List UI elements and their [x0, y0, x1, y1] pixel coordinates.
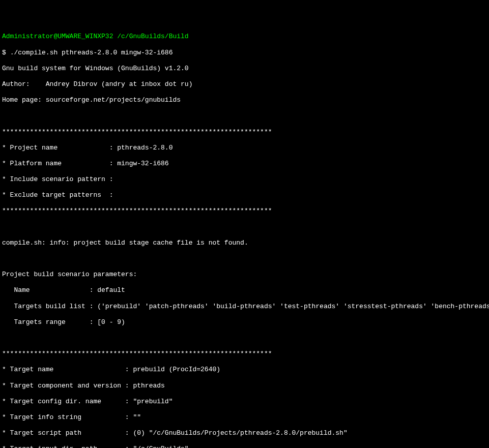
- target-component: * Target component and version : pthread…: [2, 382, 487, 390]
- blank: [2, 255, 487, 263]
- prompt-symbol: $: [2, 49, 6, 56]
- include-pattern: * Include scenario pattern :: [2, 175, 487, 184]
- target-name: * Target name : prebuild (ProcId=2640): [2, 366, 487, 374]
- exclude-pattern: * Exclude target patterns :: [2, 191, 487, 199]
- separator: ****************************************…: [2, 350, 487, 358]
- scenario-range: Targets range : [0 - 9): [2, 318, 487, 326]
- target-input-dir: * Target input dir. path : "/c/GnuBuilds…: [2, 445, 487, 448]
- separator: ****************************************…: [2, 128, 487, 136]
- platform-name: * Platform name : mingw-32-i686: [2, 160, 487, 168]
- header-line1: Gnu build system for Windows (GnuBuilds)…: [2, 65, 487, 73]
- scenario-name: Name : default: [2, 286, 487, 294]
- info-cache: compile.sh: info: project build stage ca…: [2, 239, 487, 247]
- scenario-header: Project build scenario parameters:: [2, 271, 487, 279]
- prompt-line[interactable]: $ ./compile.sh pthreads-2.8.0 mingw-32-i…: [2, 49, 487, 57]
- command-text: ./compile.sh pthreads-2.8.0 mingw-32-i68…: [10, 49, 173, 56]
- project-name: * Project name : pthreads-2.8.0: [2, 144, 487, 152]
- target-info-string: * Target info string : "": [2, 413, 487, 422]
- separator: ****************************************…: [2, 207, 487, 215]
- header-line3: Home page: sourceforge.net/projects/gnub…: [2, 96, 487, 104]
- title-bar: Administrator@UMWARE_WINXP32 /c/GnuBuild…: [2, 33, 487, 41]
- blank: [2, 334, 487, 342]
- blank: [2, 112, 487, 120]
- target-config-dir: * Target config dir. name : "prebuild": [2, 398, 487, 406]
- blank: [2, 223, 487, 231]
- target-script-path: * Target script path : (0) "/c/GnuBuilds…: [2, 429, 487, 437]
- scenario-build-list: Targets build list : ('prebuild' 'patch-…: [2, 303, 487, 311]
- header-line2: Author: Andrey Dibrov (andry at inbox do…: [2, 80, 487, 88]
